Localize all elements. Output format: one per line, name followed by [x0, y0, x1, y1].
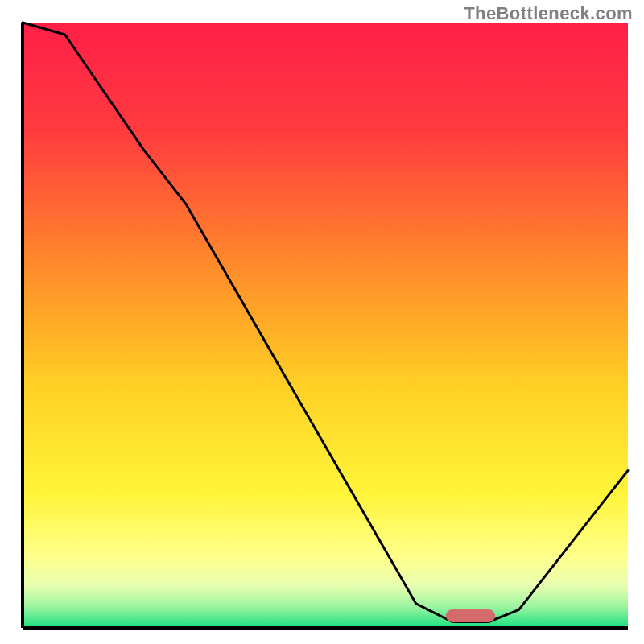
- bottleneck-chart: [0, 0, 644, 644]
- gradient-background: [23, 23, 628, 628]
- watermark-text: TheBottleneck.com: [464, 3, 633, 24]
- optimal-marker: [446, 609, 494, 621]
